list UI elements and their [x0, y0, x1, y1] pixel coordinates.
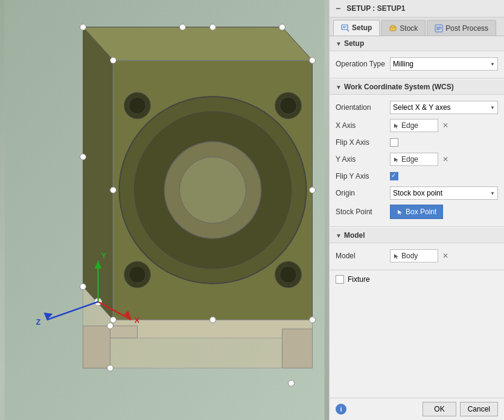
svg-point-25	[279, 24, 285, 30]
box-point-cursor-icon	[397, 209, 403, 215]
model-cursor-icon	[393, 253, 400, 259]
setup-section-label: Setup	[344, 39, 364, 48]
svg-point-29	[110, 317, 116, 323]
flip-x-checkbox[interactable]	[390, 138, 398, 147]
setup-arrow-icon: ▼	[336, 40, 342, 47]
model-row: Model Body ✕	[330, 247, 504, 265]
svg-point-31	[180, 24, 186, 30]
origin-value: Stock box point	[393, 189, 442, 197]
operation-type-control: Milling ▼	[390, 57, 498, 71]
svg-rect-54	[391, 25, 395, 28]
wcs-section-body: Orientation Select X & Y axes ▼ X Axis	[330, 95, 504, 225]
svg-text:X: X	[135, 316, 140, 325]
y-axis-label: Y Axis	[336, 155, 390, 164]
y-axis-input[interactable]: Edge	[390, 153, 438, 166]
wcs-section-header[interactable]: ▼ Work Coordinate System (WCS)	[330, 80, 504, 95]
model-control: Body ✕	[390, 249, 498, 262]
svg-point-15	[129, 97, 146, 114]
origin-select[interactable]: Stock box point ▼	[390, 186, 498, 200]
orientation-row: Orientation Select X & Y axes ▼	[330, 98, 504, 116]
setup-tab-icon	[341, 24, 349, 32]
svg-marker-8	[110, 326, 138, 338]
origin-control: Stock box point ▼	[390, 186, 498, 200]
tab-setup-label: Setup	[352, 24, 372, 32]
svg-point-30	[310, 317, 316, 323]
orientation-arrow: ▼	[490, 105, 495, 110]
tab-post-label: Post Process	[445, 24, 488, 33]
bottom-bar: i OK Cancel	[330, 398, 504, 420]
model-input[interactable]: Body	[390, 249, 438, 262]
svg-point-24	[80, 24, 86, 30]
x-axis-value: Edge	[401, 121, 418, 130]
post-tab-icon	[435, 24, 443, 33]
svg-marker-2	[83, 27, 313, 60]
info-icon[interactable]: i	[336, 404, 346, 415]
origin-arrow: ▼	[490, 191, 495, 196]
operation-type-arrow: ▼	[490, 62, 495, 67]
tab-setup[interactable]: Setup	[333, 20, 380, 36]
x-axis-input[interactable]: Edge	[390, 119, 438, 132]
stock-point-label: Stock Point	[336, 208, 390, 216]
panel-header: − SETUP : SETUP1	[330, 0, 504, 18]
origin-row: Origin Stock box point ▼	[330, 184, 504, 202]
model-section-body: Model Body ✕	[330, 243, 504, 269]
svg-point-21	[280, 266, 297, 283]
operation-type-label: Operation Type	[336, 60, 390, 68]
x-axis-clear-btn[interactable]: ✕	[441, 121, 450, 130]
stock-tab-icon	[389, 24, 397, 33]
svg-point-39	[107, 323, 113, 329]
tab-stock[interactable]: Stock	[381, 20, 426, 36]
tab-stock-label: Stock	[400, 24, 418, 33]
box-point-label: Box Point	[406, 208, 436, 216]
model-arrow-icon: ▼	[336, 232, 342, 239]
y-axis-value: Edge	[401, 155, 418, 164]
flip-y-control	[390, 172, 498, 180]
svg-point-17	[280, 97, 297, 114]
wcs-section-label: Work Coordinate System (WCS)	[344, 83, 454, 91]
collapse-icon[interactable]: −	[336, 4, 340, 13]
divider-2	[330, 226, 504, 227]
svg-point-19	[129, 266, 146, 283]
svg-point-32	[310, 187, 316, 193]
model-section-label: Model	[344, 231, 365, 240]
svg-point-27	[110, 57, 116, 63]
svg-point-28	[80, 284, 86, 290]
fixture-row: Fixture	[330, 272, 504, 287]
cancel-button[interactable]: Cancel	[460, 402, 498, 416]
y-axis-row: Y Axis Edge ✕	[330, 150, 504, 168]
flip-y-row: Flip Y Axis	[330, 168, 504, 184]
x-axis-row: X Axis Edge ✕	[330, 116, 504, 135]
model-clear-btn[interactable]: ✕	[441, 251, 450, 261]
x-axis-control: Edge ✕	[390, 119, 498, 132]
y-axis-clear-btn[interactable]: ✕	[441, 154, 450, 164]
y-axis-control: Edge ✕	[390, 153, 498, 166]
svg-text:Y: Y	[101, 251, 107, 260]
viewport: Z X Y	[0, 0, 329, 420]
fixture-checkbox[interactable]	[336, 275, 344, 284]
y-axis-cursor-icon	[393, 156, 400, 163]
stock-point-row: Stock Point Box Point	[330, 202, 504, 221]
setup-section-body: Operation Type Milling ▼	[330, 51, 504, 77]
model-value: Body	[401, 252, 418, 260]
operation-type-select[interactable]: Milling ▼	[390, 57, 498, 71]
svg-point-26	[310, 57, 316, 63]
box-point-btn[interactable]: Box Point	[390, 205, 443, 219]
model-label: Model	[336, 252, 390, 260]
main-container: Z X Y − SETUP : SETUP1	[0, 0, 504, 420]
svg-point-13	[180, 157, 246, 223]
orientation-control: Select X & Y axes ▼	[390, 101, 498, 114]
svg-point-36	[210, 24, 216, 30]
orientation-select[interactable]: Select X & Y axes ▼	[390, 101, 498, 114]
operation-type-value: Milling	[393, 60, 413, 68]
flip-x-label: Flip X Axis	[336, 138, 390, 147]
svg-marker-7	[83, 326, 110, 368]
flip-y-checkbox[interactable]	[390, 172, 398, 180]
ok-button[interactable]: OK	[423, 402, 456, 416]
operation-type-row: Operation Type Milling ▼	[330, 55, 504, 73]
svg-point-35	[80, 154, 86, 160]
model-section-header[interactable]: ▼ Model	[330, 228, 504, 243]
svg-point-38	[107, 365, 113, 371]
setup-section-header[interactable]: ▼ Setup	[330, 36, 504, 51]
tab-post-process[interactable]: Post Process	[427, 20, 496, 36]
x-axis-cursor-icon	[393, 122, 400, 129]
